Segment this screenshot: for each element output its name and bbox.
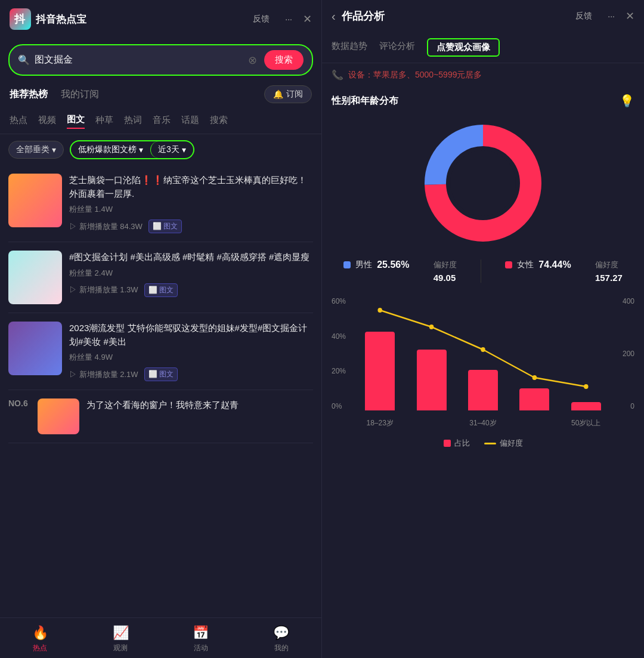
feedback-button-left[interactable]: 反馈 xyxy=(248,11,274,27)
gender-legend: 男性 25.56% 偏好度 49.05 女性 74.44% 偏好度 157.27 xyxy=(322,255,644,292)
filter-days-button[interactable]: 近3天 ▾ xyxy=(150,141,193,158)
thumbnail xyxy=(8,174,62,227)
female-dot xyxy=(505,261,512,268)
filter-row: 全部垂类 ▾ 低粉爆款图文榜 ▾ 近3天 ▾ xyxy=(0,134,321,165)
bar-chart-wrap: 60% 40% 20% 0% 400 200 0 xyxy=(322,292,644,433)
search-input[interactable] xyxy=(35,55,243,66)
x-label-41-49: 41–49岁 xyxy=(510,418,558,428)
nav-label-observe: 观测 xyxy=(113,643,128,653)
tab-like-audience[interactable]: 点赞观众画像 xyxy=(427,38,500,57)
nav-item-mine[interactable]: 💬 我的 xyxy=(241,625,321,653)
cat-tab-hot[interactable]: 热点 xyxy=(10,115,27,128)
tag-badge: ⬜ 图文 xyxy=(144,283,178,297)
back-button[interactable]: ‹ xyxy=(332,10,336,23)
legend-male-pref: 偏好度 49.05 xyxy=(434,260,457,283)
app-logo: 抖 抖音热点宝 xyxy=(10,8,86,30)
left-panel: 抖 抖音热点宝 反馈 ··· ✕ 🔍 ⊗ 搜索 推荐热榜 我的订阅 🔔 订阅 热… xyxy=(0,0,322,658)
nav-item-observe[interactable]: 📈 观测 xyxy=(80,625,161,653)
yellow-line-icon xyxy=(484,443,496,444)
svg-text:抖: 抖 xyxy=(14,13,26,25)
svg-point-6 xyxy=(429,325,434,329)
section-title: 性别和年龄分布 💡 xyxy=(322,87,644,112)
line-chart-overlay xyxy=(354,297,612,390)
filter-all-label: 全部垂类 xyxy=(16,144,49,155)
svg-point-4 xyxy=(450,150,516,216)
legend-female-pref: 偏好度 157.27 xyxy=(595,260,623,283)
list-item[interactable]: 2023潮流发型 艾特你能驾驭这发型的姐妹#发型#图文掘金计划#美妆 #美出 粉… xyxy=(8,313,313,390)
item-title: 2023潮流发型 艾特你能驾驭这发型的姐妹#发型#图文掘金计划#美妆 #美出 xyxy=(69,322,313,348)
more-button-left[interactable]: ··· xyxy=(280,12,297,26)
nav-tabs-top: 推荐热榜 我的订阅 🔔 订阅 xyxy=(0,82,321,109)
tab-my-subscriptions[interactable]: 我的订阅 xyxy=(61,88,99,101)
item-fans: 粉丝量 2.4W xyxy=(69,268,313,279)
item-stats: ▷ 新增播放量 84.3W ⬜ 图文 xyxy=(69,220,313,233)
cat-tab-video[interactable]: 视频 xyxy=(38,115,56,128)
tab-data-trend[interactable]: 数据趋势 xyxy=(332,41,367,54)
chat-icon: 💬 xyxy=(273,625,289,641)
y-axis-right: 400 200 0 xyxy=(623,297,634,410)
search-button[interactable]: 搜索 xyxy=(264,50,304,70)
legend-line-item: 偏好度 xyxy=(484,438,523,449)
nav-label-hot: 热点 xyxy=(33,643,47,653)
female-pct: 74.44% xyxy=(538,260,571,270)
cat-tab-image[interactable]: 图文 xyxy=(67,114,85,129)
cat-tab-topic[interactable]: 话题 xyxy=(181,115,199,128)
chevron-down-icon: ▾ xyxy=(52,145,56,155)
close-button-left[interactable]: ✕ xyxy=(303,13,312,26)
nav-item-activity[interactable]: 📅 活动 xyxy=(161,625,242,653)
nav-item-hot[interactable]: 🔥 热点 xyxy=(0,625,80,653)
app-title: 抖音热点宝 xyxy=(36,13,86,26)
legend-male: 男性 25.56% xyxy=(343,260,409,283)
bottom-nav: 🔥 热点 📈 观测 📅 活动 💬 我的 xyxy=(0,617,321,658)
item-title: 芝士脑袋一口沦陷❗❗纳宝帝这个芝士玉米棒真的巨好吃！外面裹着一层厚. xyxy=(69,174,313,200)
cat-tab-music[interactable]: 音乐 xyxy=(153,115,171,128)
chevron-down-icon3: ▾ xyxy=(182,145,186,155)
cat-tab-search[interactable]: 搜索 xyxy=(210,115,228,128)
female-label: 女性 xyxy=(517,260,534,270)
item-fans: 粉丝量 4.9W xyxy=(69,352,313,363)
close-button-right[interactable]: ✕ xyxy=(626,10,634,23)
legend-line-label: 偏好度 xyxy=(500,438,523,449)
thumbnail xyxy=(38,398,79,434)
cat-tab-grass[interactable]: 种草 xyxy=(95,115,113,128)
filter-all-button[interactable]: 全部垂类 ▾ xyxy=(8,141,64,159)
right-panel: ‹ 作品分析 反馈 ··· ✕ 数据趋势 评论分析 点赞观众画像 📞 设备：苹果… xyxy=(322,0,644,658)
feedback-button-right[interactable]: 反馈 xyxy=(571,8,597,24)
x-label-18-23: 18–23岁 xyxy=(356,418,404,428)
item-content: 为了这个看海的窗户！我特意来了赵青 xyxy=(86,398,313,434)
tab-comment-analysis[interactable]: 评论分析 xyxy=(379,41,415,54)
donut-chart-wrap xyxy=(322,112,644,255)
tab-recommended[interactable]: 推荐热榜 xyxy=(10,88,48,101)
panel-title: 作品分析 xyxy=(342,9,385,23)
thumbnail xyxy=(8,251,62,304)
more-button-right[interactable]: ··· xyxy=(603,9,620,23)
thumbnail xyxy=(8,322,62,375)
search-bar-wrap: 🔍 ⊗ 搜索 xyxy=(0,38,321,82)
rank-number: NO.6 xyxy=(8,398,28,434)
y-left-60: 60% xyxy=(332,297,346,305)
list-item[interactable]: NO.6 为了这个看海的窗户！我特意来了赵青 xyxy=(8,390,313,443)
phone-icon: 📞 xyxy=(332,69,343,81)
section-gender-age-label: 性别和年龄分布 xyxy=(332,95,398,107)
list-item[interactable]: 芝士脑袋一口沦陷❗❗纳宝帝这个芝士玉米棒真的巨好吃！外面裹着一层厚. 粉丝量 1… xyxy=(8,165,313,242)
bulb-icon: 💡 xyxy=(620,94,634,108)
male-pref-label: 偏好度 xyxy=(434,260,457,270)
tag-badge: ⬜ 图文 xyxy=(148,220,182,233)
item-stats: ▷ 新增播放量 2.1W ⬜ 图文 xyxy=(69,367,313,381)
male-pct: 25.56% xyxy=(377,260,409,270)
filter-lowfan-label: 低粉爆款图文榜 xyxy=(78,144,137,155)
svg-point-7 xyxy=(481,347,485,352)
cat-tab-hotword[interactable]: 热词 xyxy=(124,115,142,128)
left-header: 抖 抖音热点宝 反馈 ··· ✕ xyxy=(0,0,321,38)
bar-50plus xyxy=(571,402,601,410)
calendar-icon: 📅 xyxy=(193,625,209,641)
filter-lowfan-button[interactable]: 低粉爆款图文榜 ▾ xyxy=(71,141,150,158)
x-label-31-40: 31–40岁 xyxy=(459,418,507,428)
subscribe-button[interactable]: 🔔 订阅 xyxy=(264,85,312,103)
search-clear-icon[interactable]: ⊗ xyxy=(248,54,257,67)
list-item[interactable]: #图文掘金计划 #美出高级感 #时髦精 #高级感穿搭 #遮肉显瘦 粉丝量 2.4… xyxy=(8,242,313,313)
nav-label-mine: 我的 xyxy=(274,643,289,653)
y-right-200: 200 xyxy=(623,350,634,358)
svg-point-8 xyxy=(532,375,537,380)
search-icon: 🔍 xyxy=(18,54,30,66)
